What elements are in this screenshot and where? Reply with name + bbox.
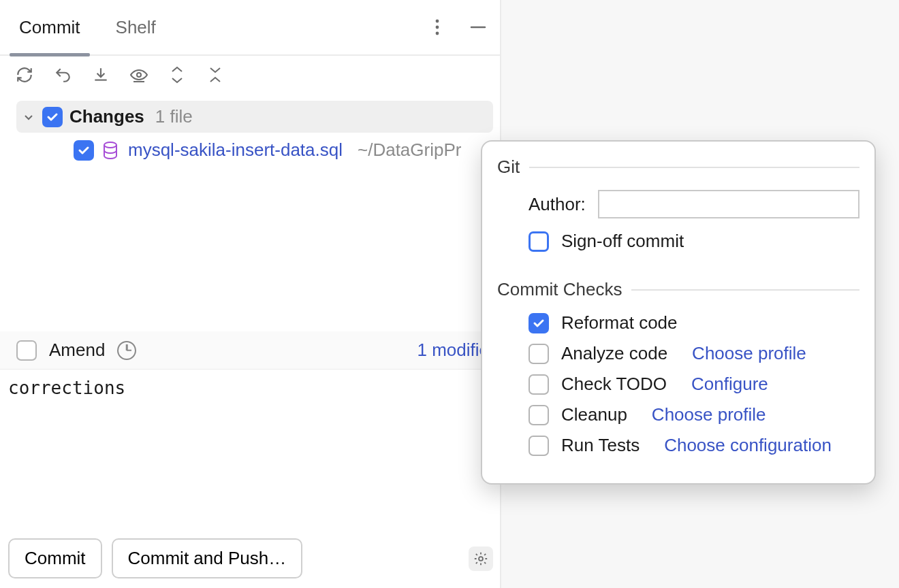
svg-point-7 [479, 557, 483, 561]
reformat-label: Reformat code [561, 312, 678, 333]
tests-link[interactable]: Choose configuration [664, 435, 832, 456]
chevron-down-icon[interactable] [23, 112, 35, 122]
toolbar [0, 56, 500, 94]
tab-shelf[interactable]: Shelf [110, 0, 161, 55]
svg-point-4 [137, 73, 141, 77]
divider [529, 167, 859, 168]
minimize-icon[interactable] [469, 18, 488, 37]
changes-count: 1 file [155, 106, 193, 127]
todo-label: Check TODO [561, 374, 667, 395]
analyze-label: Analyze code [561, 343, 667, 364]
author-label: Author: [529, 194, 586, 215]
file-checkbox[interactable] [74, 140, 94, 161]
tests-label: Run Tests [561, 435, 640, 456]
modified-link[interactable]: 1 modifie [417, 340, 490, 361]
svg-point-0 [436, 20, 439, 23]
tabs: Commit Shelf [0, 0, 500, 56]
commit-and-push-button[interactable]: Commit and Push… [112, 538, 303, 578]
shelve-icon[interactable] [91, 65, 110, 84]
changes-checkbox[interactable] [42, 107, 63, 127]
git-section-title: Git [497, 157, 520, 178]
collapse-all-icon[interactable] [206, 65, 225, 84]
database-icon [102, 142, 120, 159]
changes-header[interactable]: Changes 1 file [16, 101, 493, 133]
author-row: Author: [529, 190, 859, 218]
rollback-icon[interactable] [53, 65, 72, 84]
commit-options-popup: Git Author: Sign-off commit Commit Check… [481, 140, 876, 485]
commit-checks-title: Commit Checks [497, 279, 622, 300]
amend-row: Amend 1 modifie [0, 331, 500, 370]
commit-button[interactable]: Commit [8, 538, 102, 578]
amend-label: Amend [49, 340, 105, 361]
cleanup-label: Cleanup [561, 404, 627, 425]
gear-icon[interactable] [469, 546, 493, 571]
amend-checkbox[interactable] [16, 340, 37, 361]
cleanup-checkbox[interactable] [529, 405, 549, 425]
svg-point-1 [436, 26, 439, 29]
author-input[interactable] [598, 190, 859, 218]
todo-link[interactable]: Configure [691, 374, 768, 395]
history-icon[interactable] [117, 341, 136, 360]
file-row[interactable]: mysql-sakila-insert-data.sql ~/DataGripP… [0, 135, 500, 165]
signoff-checkbox[interactable] [529, 231, 549, 252]
tests-checkbox[interactable] [529, 436, 549, 456]
cleanup-link[interactable]: Choose profile [652, 404, 766, 425]
refresh-icon[interactable] [15, 65, 34, 84]
analyze-link[interactable]: Choose profile [692, 343, 806, 364]
right-panel: Git Author: Sign-off commit Commit Check… [501, 0, 899, 588]
svg-point-6 [104, 142, 116, 148]
commit-message-input[interactable]: corrections [0, 370, 500, 532]
expand-collapse-icon[interactable] [168, 65, 187, 84]
signoff-label: Sign-off commit [561, 231, 684, 252]
divider [631, 289, 859, 291]
tab-commit[interactable]: Commit [14, 0, 86, 55]
preview-icon[interactable] [129, 65, 148, 84]
git-section-header: Git [497, 157, 859, 178]
todo-checkbox[interactable] [529, 374, 549, 395]
changes-label: Changes [69, 106, 144, 127]
svg-point-2 [436, 32, 439, 35]
reformat-checkbox[interactable] [529, 313, 549, 333]
analyze-checkbox[interactable] [529, 344, 549, 364]
commit-checks-header: Commit Checks [497, 279, 859, 300]
more-icon[interactable] [428, 18, 447, 37]
commit-panel: Commit Shelf [0, 0, 501, 588]
changes-list: Changes 1 file mysql-sakila-insert-data.… [0, 94, 500, 331]
button-row: Commit Commit and Push… [0, 532, 500, 588]
file-path: ~/DataGripPr [358, 140, 461, 161]
file-name: mysql-sakila-insert-data.sql [128, 140, 343, 161]
